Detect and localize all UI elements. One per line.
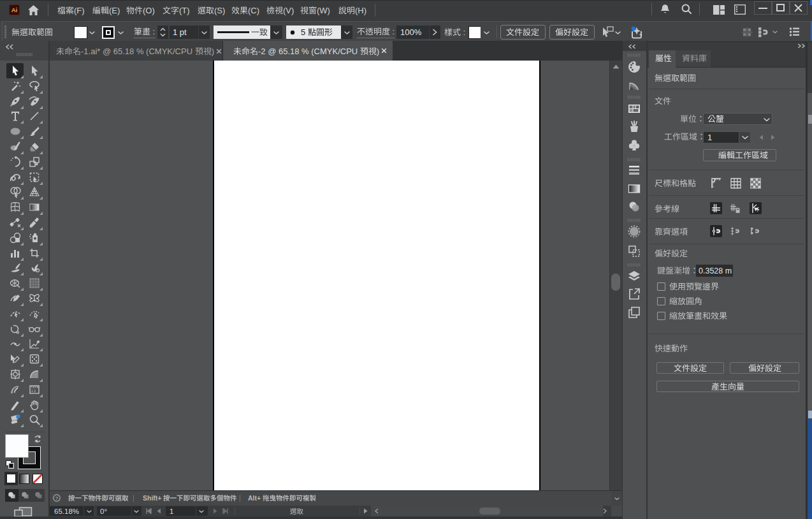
svg-text:1 2: 1 2 [31,389,36,393]
svg-text:?: ? [55,495,59,501]
